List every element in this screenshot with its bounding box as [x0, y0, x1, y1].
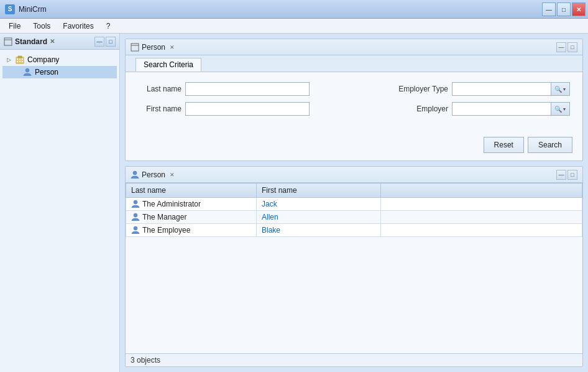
- svg-rect-5: [19, 58, 21, 60]
- sidebar-maximize-button[interactable]: □: [106, 37, 116, 47]
- row-person-icon: [131, 213, 140, 221]
- sidebar-item-person[interactable]: Person: [2, 66, 117, 78]
- table-row[interactable]: The Administrator Jack: [126, 198, 582, 211]
- empty-cell: [381, 224, 582, 237]
- employer-input[interactable]: [452, 102, 551, 116]
- sidebar-title-group: Standard ✕: [4, 37, 55, 46]
- close-button[interactable]: ✕: [572, 2, 586, 16]
- results-table: Last name First name The Administrator J…: [126, 183, 582, 237]
- sidebar-header: Standard ✕ — □: [0, 34, 119, 50]
- employer-group: Employer 🔍 ▼: [392, 102, 570, 116]
- last-name-cell: The Employee: [126, 224, 257, 237]
- row-person-icon: [131, 226, 140, 235]
- tree-toggle-person[interactable]: [15, 68, 20, 76]
- app-icon: S: [5, 4, 15, 14]
- svg-rect-9: [22, 61, 23, 62]
- sidebar-person-label: Person: [35, 68, 58, 77]
- search-panel-close[interactable]: ✕: [168, 43, 177, 52]
- empty-cell: [381, 211, 582, 224]
- results-panel-maximize[interactable]: □: [567, 170, 577, 180]
- first-name-cell: Jack: [257, 198, 381, 211]
- search-panel-controls: — □: [556, 42, 577, 52]
- search-panel-maximize[interactable]: □: [567, 42, 577, 52]
- search-button[interactable]: Search: [528, 137, 572, 153]
- results-panel-controls: — □: [556, 170, 577, 180]
- sidebar-panel-icon: [4, 37, 12, 46]
- sidebar-close-icon[interactable]: ✕: [50, 38, 55, 45]
- last-name-input[interactable]: [185, 82, 310, 96]
- employer-type-input-group: 🔍 ▼: [452, 82, 570, 96]
- menu-item-favorites[interactable]: Favorites: [57, 21, 99, 32]
- employer-lookup-button[interactable]: 🔍 ▼: [551, 102, 570, 116]
- results-table-wrapper[interactable]: Last name First name The Administrator J…: [126, 183, 582, 353]
- company-icon: [15, 55, 25, 65]
- menu-item-help[interactable]: ?: [100, 21, 117, 32]
- sidebar-title: Standard: [15, 37, 47, 46]
- svg-rect-2: [16, 57, 24, 63]
- first-name-cell: Blake: [257, 224, 381, 237]
- title-bar: S MiniCrm — □ ✕: [0, 0, 588, 19]
- svg-rect-11: [131, 44, 139, 51]
- status-bar: 3 objects: [126, 353, 582, 366]
- results-panel-close[interactable]: ✕: [168, 170, 177, 179]
- title-bar-controls: — □ ✕: [542, 2, 586, 16]
- results-panel-content: Last name First name The Administrator J…: [126, 183, 582, 366]
- first-name-label: First name: [138, 105, 181, 113]
- search-form: Last name Employer Type 🔍 ▼: [126, 72, 582, 132]
- minimize-button[interactable]: —: [542, 2, 556, 16]
- sidebar-content: ▷ Company: [0, 50, 119, 372]
- reset-button[interactable]: Reset: [484, 137, 524, 153]
- content-area: Person ✕ — □ Search Criteria L: [120, 34, 588, 372]
- first-name-cell: Allen: [257, 211, 381, 224]
- status-text: 3 objects: [131, 356, 160, 365]
- search-panel-icon: [131, 43, 139, 52]
- col-header-empty: [381, 184, 582, 198]
- employer-type-lookup-button[interactable]: 🔍 ▼: [551, 82, 570, 96]
- results-panel-title-group: Person ✕: [131, 170, 177, 179]
- svg-point-16: [134, 226, 137, 230]
- results-panel-title: Person: [142, 170, 165, 179]
- search-criteria-tab[interactable]: Search Criteria: [136, 58, 201, 72]
- employer-input-group: 🔍 ▼: [452, 102, 570, 116]
- search-panel-minimize[interactable]: —: [556, 42, 566, 52]
- results-panel: Person ✕ — □ Last name First name: [125, 166, 583, 367]
- col-header-last-name[interactable]: Last name: [126, 184, 257, 198]
- person-icon: [22, 67, 32, 77]
- table-row[interactable]: The Manager Allen: [126, 211, 582, 224]
- empty-cell: [381, 198, 582, 211]
- employer-type-input[interactable]: [452, 82, 551, 96]
- last-name-label: Last name: [138, 85, 181, 93]
- sidebar-company-label: Company: [27, 55, 59, 64]
- svg-rect-7: [17, 61, 18, 62]
- svg-rect-0: [4, 38, 12, 45]
- results-panel-minimize[interactable]: —: [556, 170, 566, 180]
- tree-toggle-company[interactable]: ▷: [5, 56, 12, 63]
- svg-rect-6: [22, 58, 23, 60]
- employer-label: Employer: [392, 105, 448, 113]
- svg-rect-3: [18, 56, 22, 58]
- svg-point-13: [133, 171, 137, 175]
- form-row-2: First name Employer 🔍 ▼: [138, 102, 570, 116]
- col-header-first-name[interactable]: First name: [257, 184, 381, 198]
- employer-type-group: Employer Type 🔍 ▼: [392, 82, 570, 96]
- sidebar: Standard ✕ — □ ▷: [0, 34, 120, 372]
- sidebar-minimize-button[interactable]: —: [94, 37, 104, 47]
- menu-item-file[interactable]: File: [2, 21, 27, 32]
- menu-bar: File Tools Favorites ?: [0, 19, 588, 34]
- employer-type-label: Employer Type: [392, 85, 448, 93]
- sidebar-item-company[interactable]: ▷ Company: [2, 53, 117, 66]
- main-layout: Standard ✕ — □ ▷: [0, 34, 588, 372]
- svg-point-15: [134, 213, 137, 217]
- first-name-input[interactable]: [185, 102, 310, 116]
- results-panel-header: Person ✕ — □: [126, 167, 582, 183]
- chevron-down-icon-2: ▼: [563, 107, 567, 111]
- search-panel-header: Person ✕ — □: [126, 39, 582, 55]
- maximize-button[interactable]: □: [557, 2, 571, 16]
- table-row[interactable]: The Employee Blake: [126, 224, 582, 237]
- chevron-down-icon: ▼: [563, 87, 567, 91]
- search-criteria-panel: Person ✕ — □ Search Criteria L: [125, 39, 583, 161]
- menu-item-tools[interactable]: Tools: [27, 21, 57, 32]
- first-name-group: First name: [138, 102, 310, 116]
- search-panel-title: Person: [142, 43, 165, 52]
- button-row: Reset Search: [126, 132, 582, 160]
